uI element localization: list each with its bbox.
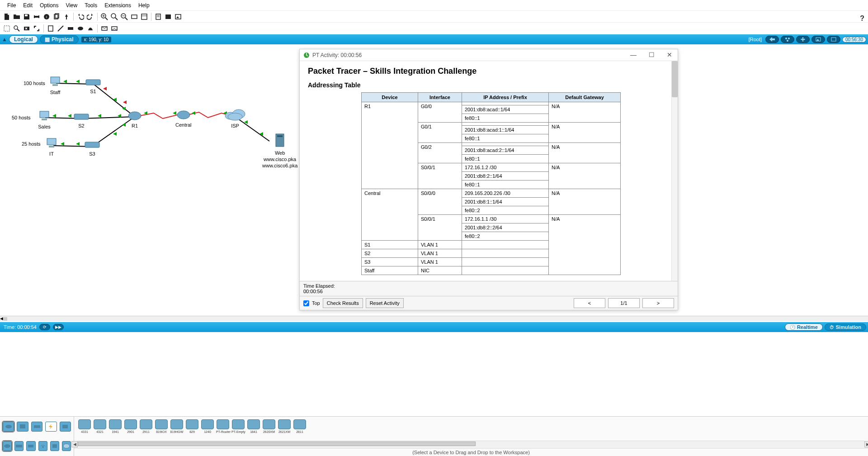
svg-marker-53	[52, 114, 56, 118]
close-icon[interactable]: ✕	[663, 51, 676, 58]
workspace-hscroll[interactable]: ◀	[0, 316, 868, 321]
undo-icon[interactable]	[76, 13, 85, 21]
background-button[interactable]	[811, 36, 825, 43]
palette-model-1240[interactable]: 1240	[201, 419, 214, 433]
subcategory-wan[interactable]	[62, 441, 71, 451]
category-network-devices[interactable]	[3, 422, 14, 432]
line-tool-icon[interactable]	[57, 24, 65, 33]
palette-model-829[interactable]: 829	[185, 419, 199, 433]
palette-model-4331[interactable]: 4331	[78, 419, 91, 433]
device-staff-pc[interactable]: Staff	[49, 76, 61, 95]
subcategory-hubs[interactable]	[26, 441, 35, 451]
simulation-tab[interactable]: ⏱Simulation	[825, 323, 866, 331]
subcategory-security[interactable]	[50, 441, 59, 451]
ellipse-tool-icon[interactable]	[76, 24, 85, 33]
command-prompt-icon[interactable]	[164, 13, 172, 21]
maximize-icon[interactable]: ☐	[645, 51, 658, 58]
palette-model-pt-router[interactable]: PT-Router	[216, 419, 230, 433]
resize-tool-icon[interactable]	[33, 24, 41, 33]
device-it-pc[interactable]: IT	[45, 138, 58, 157]
subcategory-wireless[interactable]	[38, 441, 47, 451]
subcategory-routers[interactable]	[3, 441, 12, 451]
device-central-router[interactable]: Central	[175, 109, 191, 128]
paste-icon[interactable]	[62, 13, 71, 21]
tab-logical[interactable]: Logical	[9, 35, 38, 43]
notebook-icon[interactable]	[154, 13, 162, 21]
palette-model-2811[interactable]: 2811	[293, 419, 307, 433]
nav-prev-button[interactable]: <	[574, 298, 605, 308]
print-icon[interactable]	[33, 13, 41, 21]
device-web-server[interactable]: Webwww.cisco.pkawww.cisco6.pka	[262, 132, 297, 168]
palette-model-pt-empty[interactable]: PT-Empty	[231, 419, 245, 433]
nav-back-button[interactable]	[765, 36, 779, 43]
device-sales-pc[interactable]: Sales	[38, 110, 51, 129]
menu-file[interactable]: File	[4, 2, 19, 9]
nav-next-button[interactable]: >	[642, 298, 674, 308]
palette-model-2901[interactable]: 2901	[124, 419, 137, 433]
palette-model-1841[interactable]: 1841	[247, 419, 260, 433]
inspect-tool-icon[interactable]	[13, 24, 21, 33]
menu-tools[interactable]: Tools	[81, 2, 101, 9]
cluster-button[interactable]	[781, 36, 794, 43]
place-note-icon[interactable]	[47, 24, 55, 33]
palette-model-2911[interactable]: 2911	[139, 419, 153, 433]
delete-tool-icon[interactable]	[23, 24, 31, 33]
category-components[interactable]	[31, 422, 42, 432]
check-results-button[interactable]: Check Results	[323, 298, 363, 308]
palette-model-2621xm[interactable]: 2621XM	[278, 419, 291, 433]
zoom-out-icon[interactable]	[120, 13, 128, 21]
scroll-left-icon[interactable]: ◀	[71, 441, 78, 447]
activity-titlebar[interactable]: PT Activity: 00:00:56 — ☐ ✕	[300, 49, 678, 61]
top-checkbox[interactable]	[303, 300, 309, 306]
subcategory-switches[interactable]	[14, 441, 24, 451]
palette-hscroll[interactable]: ◀ ▶	[78, 441, 864, 447]
menu-edit[interactable]: Edit	[19, 2, 36, 9]
category-connections[interactable]	[45, 422, 57, 432]
open-folder-icon[interactable]	[13, 13, 21, 21]
select-tool-icon[interactable]	[3, 24, 11, 33]
category-misc[interactable]	[60, 422, 71, 432]
realtime-tab[interactable]: 🕐Realtime	[785, 323, 823, 331]
menu-options[interactable]: Options	[36, 2, 62, 9]
power-cycle-button[interactable]: ⟳	[39, 324, 50, 330]
custom-devices-icon[interactable]	[140, 13, 148, 21]
menu-extensions[interactable]: Extensions	[101, 2, 135, 9]
activity-scrollbar[interactable]	[671, 61, 678, 290]
viewport-button[interactable]	[827, 36, 840, 43]
palette-model-4321[interactable]: 4321	[93, 419, 107, 433]
device-s1-switch[interactable]: S1	[85, 78, 101, 94]
palette-model-819iox[interactable]: 819IOX	[155, 419, 168, 433]
freeform-tool-icon[interactable]	[86, 24, 94, 33]
category-end-devices[interactable]	[17, 422, 28, 432]
redo-icon[interactable]	[86, 13, 94, 21]
reset-activity-button[interactable]: Reset Activity	[366, 298, 404, 308]
help-icon[interactable]: ?	[860, 14, 864, 23]
root-label[interactable]: [Root]	[749, 37, 762, 42]
menu-help[interactable]: Help	[135, 2, 153, 9]
fast-forward-button[interactable]: ▶▶	[53, 324, 64, 330]
new-file-icon[interactable]	[3, 13, 11, 21]
scroll-right-icon[interactable]: ▶	[864, 441, 868, 447]
zoom-reset-icon[interactable]	[110, 13, 118, 21]
save-icon[interactable]	[23, 13, 31, 21]
palette-model-819hgw[interactable]: 819HGW	[170, 419, 184, 433]
zoom-in-icon[interactable]	[100, 13, 108, 21]
image-icon[interactable]	[174, 13, 182, 21]
menu-view[interactable]: View	[62, 2, 81, 9]
move-button[interactable]	[796, 36, 810, 43]
minimize-icon[interactable]: —	[627, 51, 640, 58]
device-s3-switch[interactable]: S3	[84, 140, 100, 157]
rectangle-tool-icon[interactable]	[66, 24, 75, 33]
complex-pdu-icon[interactable]	[110, 24, 118, 33]
palette-model-1941[interactable]: 1941	[108, 419, 122, 433]
svg-rect-24	[175, 14, 181, 19]
tab-physical[interactable]: ▦Physical	[40, 35, 79, 43]
simple-pdu-icon[interactable]	[100, 24, 108, 33]
device-isp-cloud[interactable]: ISP	[223, 108, 247, 128]
device-s2-switch[interactable]: S2	[73, 112, 90, 128]
drawing-palette-icon[interactable]	[130, 13, 138, 21]
palette-model-2620xm[interactable]: 2620XM	[262, 419, 276, 433]
copy-icon[interactable]	[52, 13, 61, 21]
device-r1-router[interactable]: R1	[127, 110, 142, 128]
activity-wizard-icon[interactable]: i	[42, 13, 51, 21]
